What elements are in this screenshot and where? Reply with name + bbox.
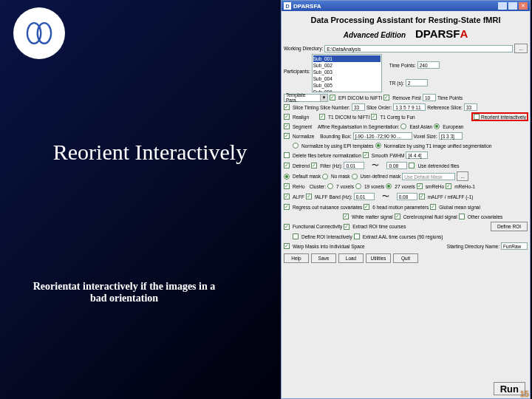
detrend-checkbox[interactable]: ✓ — [284, 163, 290, 168]
t1-dicom-checkbox[interactable]: ✓ — [319, 114, 325, 120]
filter-checkbox[interactable]: ✓ — [311, 163, 317, 168]
dparsfa-window: D DPARSFA _ □ ✕ Data Processing Assistan… — [281, 0, 531, 399]
user-mask-radio[interactable] — [352, 174, 358, 180]
browse-mask-button[interactable]: ... — [457, 171, 468, 181]
epi-dicom-checkbox[interactable]: ✓ — [330, 95, 335, 100]
extract-aal-checkbox[interactable] — [354, 233, 360, 239]
regress-checkbox[interactable]: ✓ — [284, 204, 290, 210]
starting-dir-input[interactable]: FunRaw — [501, 242, 528, 250]
use-detrended-checkbox[interactable] — [409, 163, 415, 168]
csf-signal-checkbox[interactable]: ✓ — [395, 214, 400, 219]
organization-logo — [13, 7, 65, 59]
slide-title: Reorient Interactively — [28, 140, 272, 164]
close-button[interactable]: ✕ — [519, 2, 528, 10]
falff-checkbox[interactable]: ✓ — [306, 194, 312, 200]
quit-button[interactable]: Quit — [393, 253, 418, 263]
alff-checkbox[interactable]: ✓ — [284, 194, 290, 200]
vox19-radio[interactable] — [355, 183, 361, 189]
browse-dir-button[interactable]: ... — [514, 44, 528, 53]
other-cov-checkbox[interactable] — [459, 214, 465, 219]
maximize-button[interactable]: □ — [508, 2, 517, 10]
minimize-button[interactable]: _ — [498, 2, 507, 10]
extract-roi-checkbox[interactable]: ✓ — [344, 224, 349, 230]
app-icon: D — [284, 2, 291, 10]
slide-description: Reorientat interactively if the images i… — [28, 281, 220, 304]
reorient-interactively-checkbox[interactable] — [474, 114, 480, 120]
app-subtitle: Advanced Edition DPARSFA — [284, 27, 528, 40]
band-high-input[interactable]: 0.08 — [397, 193, 417, 200]
page-number: 15 — [520, 389, 529, 398]
default-mask-radio[interactable] — [284, 174, 290, 180]
bounding-box-input[interactable]: [-90 -126 -72;90 90 ... — [353, 132, 412, 140]
east-asian-radio[interactable] — [400, 123, 406, 129]
smreho-checkbox[interactable]: ✓ — [417, 183, 423, 189]
voxel-size-input[interactable]: [3 3 3] — [439, 132, 463, 140]
norm-epi-radio[interactable] — [293, 143, 299, 149]
normalize-checkbox[interactable]: ✓ — [284, 133, 290, 139]
realign-checkbox[interactable]: ✓ — [284, 114, 290, 120]
slice-timing-checkbox[interactable]: ✓ — [284, 104, 290, 110]
fc-checkbox[interactable]: ✓ — [284, 224, 290, 230]
malff-checkbox[interactable]: ✓ — [419, 194, 425, 200]
mreho-checkbox[interactable]: ✓ — [446, 183, 451, 189]
tr-label: TR (s): — [389, 81, 404, 86]
vox7-radio[interactable] — [327, 183, 333, 189]
app-header: Data Processing Assistant for Resting-St… — [282, 11, 530, 41]
window-title: DPARSFA — [293, 3, 497, 10]
svg-point-1 — [38, 23, 51, 44]
time-points-label: Time Points: — [389, 63, 416, 68]
app-title: Data Processing Assistant for Resting-St… — [284, 16, 528, 24]
vox27-radio[interactable] — [386, 183, 392, 189]
ref-slice-input[interactable]: 33 — [464, 103, 477, 111]
head-motion-checkbox[interactable]: ✓ — [364, 204, 369, 210]
fwhm-input[interactable]: [4 4 4] — [406, 151, 428, 159]
delete-before-norm-checkbox[interactable] — [284, 152, 290, 158]
european-radio[interactable] — [434, 123, 440, 129]
global-signal-checkbox[interactable]: ✓ — [430, 204, 436, 210]
reorient-interactively-label: Reorient Interactively — [481, 115, 526, 120]
segment-checkbox[interactable]: ✓ — [284, 123, 290, 129]
help-button[interactable]: Help — [284, 253, 309, 263]
define-roi-button[interactable]: Define ROI — [491, 222, 528, 231]
filter-high-input[interactable]: 0.08 — [386, 162, 407, 169]
time-points-input[interactable]: 240 — [417, 61, 440, 69]
window-titlebar: D DPARSFA _ □ ✕ — [282, 1, 530, 11]
working-dir-label: Working Directory: — [284, 46, 323, 51]
remove-first-input[interactable]: 10 — [423, 94, 436, 101]
filter-low-input[interactable]: 0.01 — [344, 162, 364, 169]
define-roi-interactive-checkbox[interactable] — [293, 233, 299, 239]
tr-input[interactable]: 2 — [406, 79, 428, 86]
reho-checkbox[interactable]: ✓ — [284, 183, 290, 189]
mask-path-input[interactable]: Use Default Mask — [402, 173, 455, 180]
participants-label: Participants: — [284, 54, 310, 74]
remove-first-checkbox[interactable]: ✓ — [383, 95, 389, 100]
load-button[interactable]: Load — [338, 253, 364, 263]
smooth-checkbox[interactable]: ✓ — [363, 152, 369, 158]
utilities-button[interactable]: Utilities — [366, 253, 391, 263]
slice-order-input[interactable]: 1 3 5 7 9 11 ... — [393, 103, 426, 111]
no-mask-radio[interactable] — [322, 174, 328, 180]
band-low-input[interactable]: 0.01 — [354, 193, 375, 200]
save-button[interactable]: Save — [311, 253, 336, 263]
participants-list[interactable]: Sub_001Sub_002 Sub_003Sub_004 Sub_005Sub… — [312, 54, 382, 92]
warp-masks-checkbox[interactable]: ✓ — [284, 243, 290, 249]
wm-signal-checkbox[interactable]: ✓ — [343, 214, 349, 219]
norm-t1-radio[interactable] — [375, 143, 381, 149]
template-select[interactable]: Template Para..▼ — [284, 94, 328, 102]
t1-coreg-checkbox[interactable]: ✓ — [371, 114, 377, 120]
working-dir-input[interactable]: E:\DataAnalysis — [324, 45, 513, 52]
slice-number-input[interactable]: 33 — [352, 103, 365, 111]
